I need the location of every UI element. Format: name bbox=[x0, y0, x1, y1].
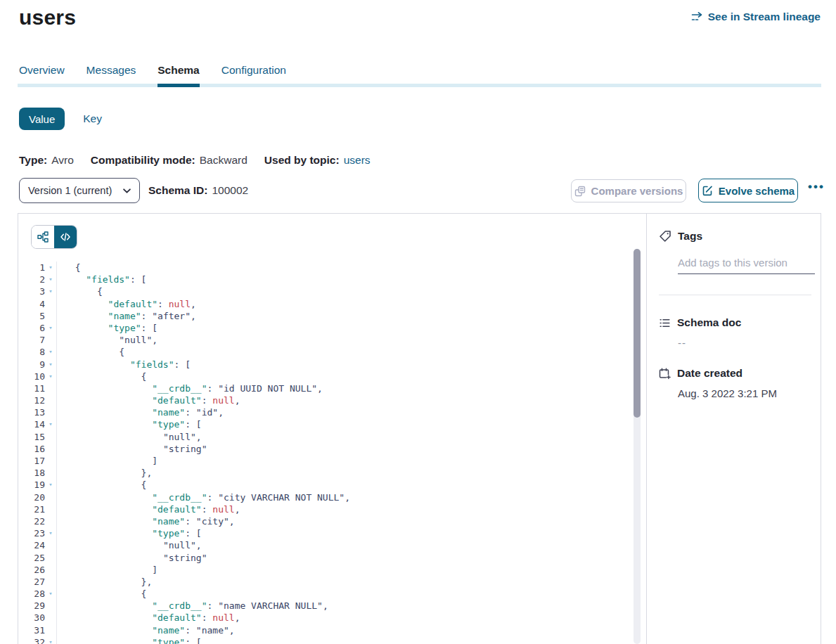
edit-icon bbox=[702, 185, 713, 196]
schema-doc-section-header: Schema doc bbox=[659, 316, 811, 329]
fold-spacer bbox=[45, 310, 56, 322]
fold-spacer bbox=[45, 539, 56, 551]
line-number: 21 bbox=[18, 503, 45, 515]
code-text: "__crdb__": "name VARCHAR NULL", bbox=[56, 600, 328, 612]
code-line: 20"__crdb__": "city VARCHAR NOT NULL", bbox=[18, 491, 646, 503]
code-line: 16"string" bbox=[18, 443, 646, 455]
tab-overview[interactable]: Overview bbox=[19, 64, 65, 87]
code-text: "name": "name", bbox=[56, 624, 235, 636]
calendar-plus-icon bbox=[659, 368, 671, 380]
sidebar-divider bbox=[659, 295, 811, 295]
fold-toggle-icon[interactable]: ▾ bbox=[45, 371, 56, 382]
fold-toggle-icon[interactable]: ▾ bbox=[45, 588, 56, 600]
code-line: 22"name": "city", bbox=[18, 515, 646, 527]
add-tags-input[interactable] bbox=[678, 257, 815, 274]
fold-spacer bbox=[45, 443, 56, 455]
code-text: { bbox=[56, 588, 146, 600]
fold-spacer bbox=[45, 600, 56, 612]
code-line: 9▾"fields": [ bbox=[18, 359, 646, 371]
fold-spacer bbox=[45, 431, 56, 443]
code-text: "fields": [ bbox=[56, 359, 191, 371]
fold-spacer bbox=[45, 503, 56, 515]
code-text: "string" bbox=[56, 443, 207, 455]
schema-panel: 1▾{2▾"fields": [3▾{4"default": null,5"na… bbox=[18, 213, 821, 644]
line-number: 31 bbox=[18, 624, 45, 636]
tab-list: OverviewMessagesSchemaConfiguration bbox=[19, 64, 286, 87]
line-number: 29 bbox=[18, 600, 45, 612]
fold-toggle-icon[interactable]: ▾ bbox=[45, 418, 56, 430]
fold-toggle-icon[interactable]: ▾ bbox=[45, 346, 56, 358]
version-select[interactable]: Version 1 (current) bbox=[19, 178, 140, 203]
line-number: 1 bbox=[18, 262, 45, 273]
code-text: { bbox=[56, 262, 80, 273]
compare-versions-button[interactable]: Compare versions bbox=[571, 179, 686, 202]
value-tab-button[interactable]: Value bbox=[19, 108, 65, 130]
line-number: 28 bbox=[18, 588, 45, 600]
code-text: "type": [ bbox=[56, 418, 202, 430]
code-line: 11"__crdb__": "id UUID NOT NULL", bbox=[18, 382, 646, 394]
code-line: 23▾"type": [ bbox=[18, 527, 646, 539]
schema-id-label: Schema ID: bbox=[148, 184, 207, 197]
fold-toggle-icon[interactable]: ▾ bbox=[45, 479, 56, 491]
line-number: 23 bbox=[18, 527, 45, 539]
tab-configuration[interactable]: Configuration bbox=[221, 64, 286, 87]
schema-sidebar: Tags Schema doc -- Date created bbox=[646, 214, 821, 644]
code-text: "default": null, bbox=[56, 503, 240, 515]
fold-toggle-icon[interactable]: ▾ bbox=[45, 285, 56, 297]
code-line: 15"null", bbox=[18, 431, 646, 443]
line-number: 2 bbox=[18, 273, 45, 285]
code-line: 10▾{ bbox=[18, 371, 646, 382]
key-tab-button[interactable]: Key bbox=[83, 112, 102, 125]
code-text: "string" bbox=[56, 552, 207, 564]
fold-spacer bbox=[45, 552, 56, 564]
code-text: "name": "after", bbox=[56, 310, 196, 322]
code-line: 3▾{ bbox=[18, 285, 646, 297]
fold-toggle-icon[interactable]: ▾ bbox=[45, 322, 56, 334]
fold-spacer bbox=[45, 455, 56, 467]
fold-spacer bbox=[45, 612, 56, 624]
page-title: users bbox=[19, 6, 76, 30]
line-number: 4 bbox=[18, 298, 45, 310]
tab-schema[interactable]: Schema bbox=[157, 64, 199, 87]
line-number: 26 bbox=[18, 564, 45, 576]
line-number: 32 bbox=[18, 636, 45, 644]
code-line: 7"null", bbox=[18, 334, 646, 346]
tab-messages[interactable]: Messages bbox=[86, 64, 136, 87]
line-number: 13 bbox=[18, 406, 45, 418]
code-text: }, bbox=[56, 467, 152, 479]
used-by-topic-label: Used by topic: bbox=[264, 154, 340, 167]
fold-toggle-icon[interactable]: ▾ bbox=[45, 527, 56, 539]
evolve-schema-button[interactable]: Evolve schema bbox=[698, 179, 798, 202]
stream-lineage-link[interactable]: See in Stream lineage bbox=[691, 11, 821, 23]
date-created-value: Aug. 3 2022 3:21 PM bbox=[678, 387, 811, 399]
code-text: "null", bbox=[56, 334, 157, 346]
code-line: 14▾"type": [ bbox=[18, 418, 646, 430]
line-number: 8 bbox=[18, 346, 45, 358]
line-number: 11 bbox=[18, 382, 45, 394]
code-line: 30"default": null, bbox=[18, 612, 646, 624]
code-line: 32▾"type": [ bbox=[18, 636, 646, 644]
code-text: "name": "id", bbox=[56, 406, 224, 418]
code-view-button[interactable] bbox=[54, 226, 77, 248]
line-number: 12 bbox=[18, 394, 45, 406]
scrollbar-thumb[interactable] bbox=[634, 249, 641, 418]
fold-toggle-icon[interactable]: ▾ bbox=[45, 359, 56, 371]
code-text: "type": [ bbox=[56, 636, 202, 644]
code-line: 13"name": "id", bbox=[18, 406, 646, 418]
code-line: 2▾"fields": [ bbox=[18, 273, 646, 285]
tree-view-button[interactable] bbox=[32, 226, 54, 248]
fold-spacer bbox=[45, 576, 56, 588]
line-number: 19 bbox=[18, 479, 45, 491]
date-created-section-header: Date created bbox=[659, 367, 811, 380]
more-actions-button[interactable]: ••• bbox=[804, 177, 828, 197]
code-line: 26] bbox=[18, 564, 646, 576]
schema-code-pane: 1▾{2▾"fields": [3▾{4"default": null,5"na… bbox=[18, 214, 646, 644]
fold-toggle-icon[interactable]: ▾ bbox=[45, 262, 56, 273]
topic-link[interactable]: users bbox=[344, 154, 371, 167]
fold-toggle-icon[interactable]: ▾ bbox=[45, 636, 56, 644]
line-number: 24 bbox=[18, 539, 45, 551]
scrollbar-track[interactable] bbox=[634, 249, 641, 644]
code-text: ] bbox=[56, 455, 157, 467]
fold-toggle-icon[interactable]: ▾ bbox=[45, 273, 56, 285]
code-line: 21"default": null, bbox=[18, 503, 646, 515]
